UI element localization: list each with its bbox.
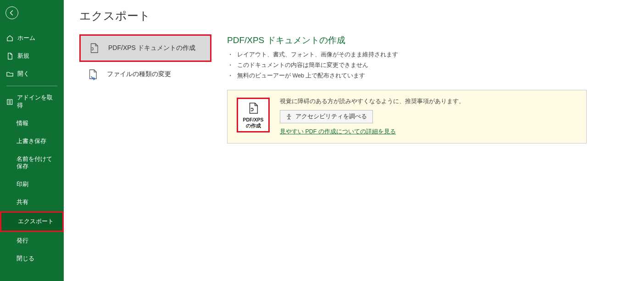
pdf-accessibility-link[interactable]: 見やすい PDF の作成についての詳細を見る xyxy=(280,128,577,136)
note-body: 視覚に障碍のある方が読みやすくなるように、推奨事項があります。 アクセシビリティ… xyxy=(280,98,577,136)
create-button-label-line1: PDF/XPS xyxy=(243,117,264,122)
sidebar-item-label: 名前を付けて保存 xyxy=(17,155,57,171)
sidebar-item-export[interactable]: エクスポート xyxy=(0,211,64,232)
sidebar-item-close[interactable]: 閉じる xyxy=(0,250,64,268)
accessibility-panel: PDF/XPS の作成 視覚に障碍のある方が読みやすくなるように、推奨事項があり… xyxy=(227,90,587,143)
pdf-icon xyxy=(246,101,260,115)
folder-open-icon xyxy=(6,71,13,77)
sidebar-item-label: 開く xyxy=(17,70,29,78)
option-create-pdfxps[interactable]: PDF/XPS ドキュメントの作成 xyxy=(79,34,211,62)
content-row: PDF/XPS ドキュメントの作成 ファイルの種類の変更 PDF/XPS ドキュ… xyxy=(79,34,628,143)
back-button[interactable] xyxy=(6,6,18,19)
sidebar-item-label: 上書き保存 xyxy=(17,138,46,145)
detail-list: レイアウト、書式、フォント、画像がそのまま維持されます このドキュメントの内容は… xyxy=(227,51,628,80)
sidebar-item-label: 発行 xyxy=(17,237,28,245)
sidebar-item-share[interactable]: 共有 xyxy=(0,193,64,211)
detail-bullet: このドキュメントの内容は簡単に変更できません xyxy=(227,61,628,69)
detail-bullet: レイアウト、書式、フォント、画像がそのまま維持されます xyxy=(227,51,628,59)
check-accessibility-button[interactable]: アクセシビリティを調べる xyxy=(280,110,373,123)
option-label: ファイルの種類の変更 xyxy=(107,70,171,78)
sidebar-item-label: アドインを取得 xyxy=(17,94,57,110)
pdf-icon xyxy=(88,42,100,54)
backstage-sidebar: ホーム 新規 開く アドインを取得 情報 上書き保存 名前を付けて保存 印刷 共… xyxy=(0,0,64,281)
sidebar-item-publish[interactable]: 発行 xyxy=(0,232,64,250)
sidebar-divider xyxy=(6,86,57,86)
option-change-file-type[interactable]: ファイルの種類の変更 xyxy=(79,62,211,87)
note-text: 視覚に障碍のある方が読みやすくなるように、推奨事項があります。 xyxy=(280,98,577,105)
sidebar-item-label: 共有 xyxy=(17,198,28,206)
sidebar-item-label: エクスポート xyxy=(18,218,54,226)
sidebar-item-open[interactable]: 開く xyxy=(0,65,64,83)
detail-bullet: 無料のビューアーが Web 上で配布されています xyxy=(227,72,628,80)
sidebar-item-save[interactable]: 上書き保存 xyxy=(0,132,64,150)
sidebar-item-new[interactable]: 新規 xyxy=(0,47,64,65)
sidebar-item-addins[interactable]: アドインを取得 xyxy=(0,89,64,115)
accessibility-icon xyxy=(286,114,292,120)
main-content: エクスポート PDF/XPS ドキュメントの作成 ファイルの種類の変更 PDF/… xyxy=(64,0,644,281)
a11y-button-label: アクセシビリティを調べる xyxy=(295,113,367,121)
detail-heading: PDF/XPS ドキュメントの作成 xyxy=(227,34,628,46)
option-label: PDF/XPS ドキュメントの作成 xyxy=(108,44,195,52)
sidebar-item-label: 閉じる xyxy=(17,255,34,263)
home-icon xyxy=(6,35,13,42)
svg-point-1 xyxy=(288,114,289,116)
create-button-label-line2: の作成 xyxy=(246,123,261,128)
sidebar-item-label: ホーム xyxy=(17,34,35,42)
addin-icon xyxy=(6,99,13,105)
sidebar-item-label: 新規 xyxy=(17,52,29,60)
document-icon xyxy=(6,53,13,60)
arrow-left-icon xyxy=(9,10,15,16)
page-title: エクスポート xyxy=(79,8,628,23)
sidebar-item-print[interactable]: 印刷 xyxy=(0,176,64,193)
sidebar-item-label: 情報 xyxy=(17,120,28,127)
sidebar-item-save-as[interactable]: 名前を付けて保存 xyxy=(0,150,64,176)
export-detail: PDF/XPS ドキュメントの作成 レイアウト、書式、フォント、画像がそのまま維… xyxy=(227,34,628,143)
create-pdfxps-button[interactable]: PDF/XPS の作成 xyxy=(237,98,270,132)
change-type-icon xyxy=(87,68,99,80)
sidebar-item-home[interactable]: ホーム xyxy=(0,29,64,47)
sidebar-item-label: 印刷 xyxy=(17,181,28,188)
sidebar-item-info[interactable]: 情報 xyxy=(0,115,64,132)
export-options: PDF/XPS ドキュメントの作成 ファイルの種類の変更 xyxy=(79,34,211,143)
